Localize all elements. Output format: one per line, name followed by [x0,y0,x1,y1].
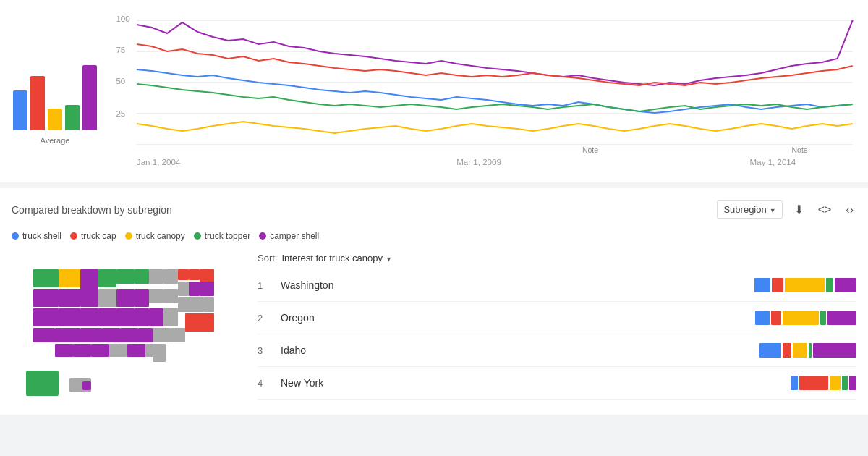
segment-2-4 [813,343,856,358]
segment-2-1 [783,343,791,358]
segment-0-1 [772,278,783,292]
svg-rect-49 [102,328,120,342]
legend-item-0: truck shell [12,231,61,241]
ranking-row-1: 2 Oregon [258,302,856,334]
content-area: Sort: Interest for truck canopy 1 Washin… [12,253,856,403]
svg-rect-33 [178,282,189,296]
svg-rect-16 [80,269,98,291]
svg-rect-26 [59,289,80,307]
bar-segments-2 [760,343,856,358]
svg-rect-48 [80,328,102,342]
svg-text:Jan 1, 2004: Jan 1, 2004 [137,158,180,166]
sort-value: Interest for truck canopy [281,253,382,263]
svg-rect-58 [109,344,127,357]
svg-text:100: 100 [116,14,129,23]
us-map [19,258,236,403]
bar-chart-container: Average [12,12,98,145]
rank-number-2: 3 [258,345,275,356]
ranking-row-0: 1 Washington [258,269,856,302]
rank-number-3: 4 [258,378,275,389]
svg-rect-20 [149,269,163,284]
bottom-header: Compared breakdown by subregion Subregio… [12,200,856,219]
line-chart-svg: 100 75 50 25 Note Note Jan 1, [110,12,856,171]
svg-rect-32 [163,289,178,303]
svg-text:Note: Note [582,146,599,154]
svg-text:50: 50 [116,77,125,85]
bar-segments-0 [754,278,856,292]
segment-1-3 [820,311,826,325]
svg-rect-46 [33,328,55,342]
svg-rect-14 [33,269,59,287]
segment-2-3 [809,343,812,358]
embed-icon[interactable]: <> [815,200,835,219]
segment-2-0 [760,343,781,358]
segment-0-3 [826,278,833,292]
svg-rect-45 [203,297,214,312]
legend-item-4: camper shell [259,231,319,241]
legend-dot-1 [70,232,77,240]
legend-item-2: truck canopy [125,231,185,241]
svg-rect-28 [98,289,116,307]
subregion-label: Subregion [723,204,766,215]
svg-rect-43 [163,308,178,326]
svg-rect-38 [80,308,98,326]
svg-rect-61 [153,344,166,362]
svg-text:75: 75 [116,46,125,54]
svg-rect-36 [33,308,59,326]
svg-rect-22 [178,269,189,280]
legend-label-3: truck topper [205,231,250,241]
svg-rect-41 [135,308,149,326]
svg-text:Note: Note [791,146,808,154]
sort-chevron-icon [386,253,392,263]
share-icon[interactable]: ‹› [843,200,856,219]
bar-1 [30,76,45,130]
rankings-container: Sort: Interest for truck canopy 1 Washin… [258,253,856,403]
sort-label: Sort: [258,253,277,263]
svg-rect-44 [178,297,203,312]
segment-0-2 [785,278,825,292]
segment-1-4 [827,311,856,325]
svg-rect-30 [135,289,149,307]
bar-3 [65,105,80,130]
svg-rect-64 [82,381,91,390]
svg-rect-25 [33,289,59,307]
svg-rect-19 [135,269,149,284]
legend: truck shelltruck captruck canopytruck to… [12,231,856,241]
legend-label-0: truck shell [22,231,61,241]
segment-0-0 [754,278,770,292]
rank-number-1: 2 [258,313,275,324]
bar-2 [48,109,62,130]
svg-text:Mar 1, 2009: Mar 1, 2009 [456,158,501,166]
rank-number-0: 1 [258,280,275,291]
svg-rect-27 [80,289,98,307]
segment-3-1 [799,376,828,390]
region-name-3: New York [275,377,791,389]
rankings-list: 1 Washington 2 Oregon 3 Idaho 4 New York [258,269,856,400]
svg-rect-37 [59,308,80,326]
svg-rect-42 [149,308,163,326]
svg-rect-29 [116,289,135,307]
segment-1-1 [771,311,781,325]
legend-dot-4 [259,232,266,240]
segment-1-0 [755,311,770,325]
bar-4 [82,65,97,130]
svg-rect-40 [116,308,135,326]
svg-rect-56 [73,344,91,357]
bar-segments-1 [755,311,856,325]
svg-rect-52 [153,328,171,342]
ranking-row-2: 3 Idaho [258,334,856,367]
subregion-dropdown[interactable]: Subregion [717,200,782,219]
svg-rect-53 [171,328,185,342]
download-icon[interactable]: ⬇ [791,200,807,219]
sort-dropdown[interactable]: Interest for truck canopy [281,253,391,263]
map-container [12,253,243,403]
svg-rect-35 [200,282,214,296]
svg-text:25: 25 [116,109,125,118]
segment-1-2 [783,311,819,325]
segment-2-2 [793,343,807,358]
bottom-title: Compared breakdown by subregion [12,204,172,216]
bar-0 [13,90,27,130]
svg-rect-39 [98,308,116,326]
legend-dot-3 [194,232,201,240]
svg-rect-59 [127,344,145,357]
